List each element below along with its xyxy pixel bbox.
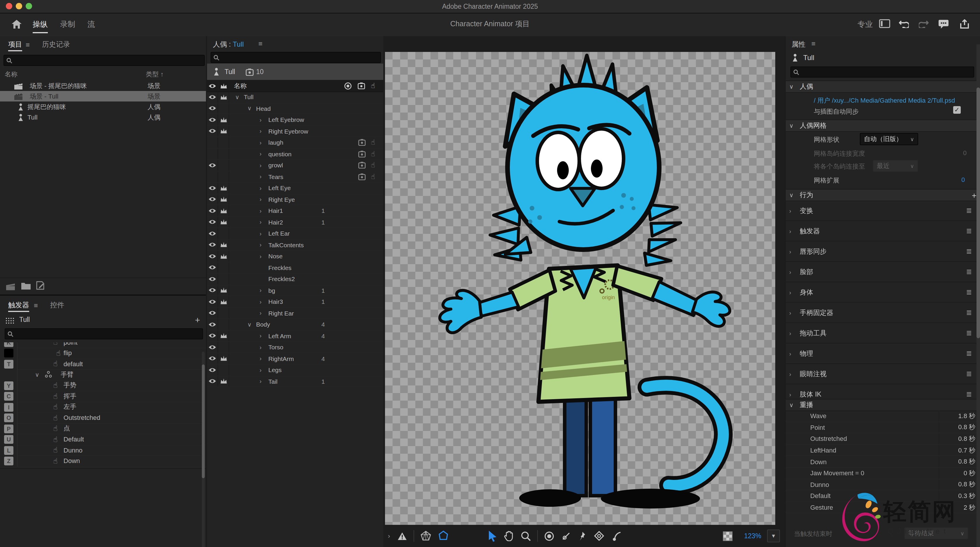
expand-chevron[interactable]: › (259, 333, 266, 339)
puppet-search[interactable] (211, 52, 381, 63)
crown-icon[interactable] (218, 330, 229, 341)
expand-chevron[interactable]: › (259, 242, 266, 248)
chevron-right-icon[interactable]: › (789, 370, 795, 377)
puppet-selected-row[interactable]: Tull 10 (207, 64, 383, 80)
puppet-layer-row[interactable]: › Right Eye ☝ (207, 194, 383, 205)
stick-tool-icon[interactable] (561, 531, 571, 541)
crown-icon[interactable] (218, 92, 229, 102)
crown-icon[interactable] (218, 376, 229, 386)
trigger-row[interactable]: Z ∨ ☝ ☝ Down (0, 456, 206, 466)
puppet-layer-row[interactable]: › Left Eye ☝ (207, 183, 383, 194)
replay-row[interactable]: Jaw Movement = 0 0 秒 (786, 468, 980, 479)
eye-icon[interactable] (207, 194, 218, 205)
crown-icon[interactable] (218, 114, 229, 125)
behavior-menu-icon[interactable]: ≣ (966, 390, 972, 398)
expand-chevron[interactable]: › (259, 355, 266, 362)
crown-icon[interactable] (218, 308, 229, 318)
take-icon[interactable] (358, 151, 366, 157)
warning-icon[interactable] (397, 531, 407, 540)
expand-chevron[interactable]: › (259, 219, 266, 226)
puppet-layer-row[interactable]: › question ☝ (207, 148, 383, 160)
crown-icon[interactable] (218, 319, 229, 330)
eye-icon[interactable] (207, 330, 218, 341)
puppet-layer-row[interactable]: › Tears ☝ (207, 171, 383, 183)
puppet-layer-row[interactable]: › Left Ear ☝ (207, 228, 383, 239)
replay-row[interactable]: Default 0.3 秒 (786, 490, 980, 502)
record-takes-icon[interactable] (544, 531, 554, 541)
column-header-type[interactable]: 类型 ↑ (146, 70, 164, 79)
eye-icon[interactable] (207, 148, 218, 159)
panel-menu-icon[interactable]: ≡ (258, 40, 262, 48)
trigger-row[interactable]: ∨ ☝ ☝ 手臂 (0, 369, 206, 380)
crown-icon[interactable] (218, 262, 229, 273)
trigger-row[interactable]: U ∨ ☝ ☝ Default (0, 434, 206, 445)
auto-sync-checkbox[interactable]: ✓ (953, 106, 961, 114)
expand-chevron[interactable]: › (259, 117, 266, 123)
share-export-icon[interactable] (959, 19, 969, 29)
behavior-menu-icon[interactable]: ≣ (966, 288, 972, 296)
trigger-row[interactable]: L ∨ ☝ ☝ Dunno (0, 445, 206, 456)
trigger-key-badge[interactable] (4, 349, 13, 358)
trigger-key-badge[interactable]: U (4, 435, 13, 444)
outline-view-icon[interactable] (438, 531, 448, 541)
puppet-layer-row[interactable]: › Right Ear ☝ (207, 308, 383, 319)
new-scene-icon[interactable] (6, 282, 15, 290)
add-behavior-button[interactable]: + (972, 191, 977, 200)
chevron-right-icon[interactable]: › (789, 350, 795, 356)
expand-chevron[interactable]: › (259, 344, 266, 350)
eye-icon[interactable] (207, 285, 218, 296)
behavior-menu-icon[interactable]: ≣ (966, 370, 972, 378)
puppet-layer-row[interactable]: ∨ Tull ☝ (207, 92, 383, 103)
mesh-expand-value[interactable]: 0 (961, 176, 965, 183)
project-row[interactable]: Tull 人偶 (0, 112, 206, 122)
behavior-row[interactable]: › 脸部 ≣ (786, 262, 980, 282)
eye-icon[interactable] (207, 308, 218, 318)
behavior-row[interactable]: › 身体 ≣ (786, 282, 980, 303)
crown-icon[interactable] (218, 217, 229, 227)
tab-controls[interactable]: 控件 (50, 298, 64, 312)
expand-chevron[interactable]: › (259, 378, 266, 385)
eye-icon[interactable] (207, 205, 218, 216)
expand-chevron[interactable]: › (259, 173, 266, 180)
trigger-key-badge[interactable]: K (4, 342, 13, 347)
name-column-header[interactable]: 名称 (229, 81, 344, 90)
replay-row[interactable]: Point 0.8 秒 (786, 422, 980, 433)
section-puppet[interactable]: ∨人偶 (786, 81, 980, 93)
take-icon[interactable] (358, 162, 366, 169)
puppet-character-tull[interactable]: origin (385, 52, 775, 525)
behavior-menu-icon[interactable]: ≣ (966, 308, 972, 316)
crown-icon[interactable] (218, 342, 229, 353)
crown-icon[interactable] (218, 137, 229, 148)
behavior-row[interactable]: › 变换 ≣ (786, 200, 980, 221)
trigger-row[interactable]: K ∨ ☝ ☝ point (0, 342, 206, 348)
expand-chevron[interactable]: › (259, 128, 266, 134)
eye-icon[interactable] (207, 228, 218, 239)
source-psd-link[interactable]: / 用户 /xuy.../Ch Media/Gathered Media 2/T… (814, 96, 955, 105)
chevron-right-icon[interactable]: › (789, 269, 795, 275)
tab-triggers[interactable]: 触发器 (8, 298, 29, 312)
add-trigger-button[interactable]: + (195, 315, 200, 325)
crown-icon[interactable] (218, 364, 229, 375)
trigger-row[interactable]: ∨ ☝ ☝ flip (0, 348, 206, 359)
trigger-key-badge[interactable]: I (4, 403, 13, 412)
feedback-comment-icon[interactable] (938, 19, 949, 29)
expand-chevron[interactable]: › (259, 299, 266, 305)
eye-icon[interactable] (207, 353, 218, 364)
eye-icon[interactable] (207, 251, 218, 262)
crown-icon[interactable] (218, 126, 229, 137)
puppet-layer-row[interactable]: › RightArm 4 ☝ (207, 353, 383, 364)
trigger-key-badge[interactable] (4, 370, 13, 379)
puppet-layer-row[interactable]: › Nose ☝ (207, 251, 383, 262)
hand-tool-icon[interactable] (504, 531, 514, 541)
tab-stream[interactable]: 流 (88, 13, 95, 35)
puppet-layer-row[interactable]: Freckles2 ☝ (207, 274, 383, 285)
eye-icon[interactable] (207, 183, 218, 193)
behavior-menu-icon[interactable]: ≣ (966, 349, 972, 358)
eye-icon[interactable] (207, 160, 218, 170)
properties-search[interactable] (791, 67, 974, 78)
chevron-right-icon[interactable]: › (789, 207, 795, 214)
crown-icon[interactable] (218, 160, 229, 170)
behavior-row[interactable]: › 触发器 ≣ (786, 221, 980, 242)
mesh-view-icon[interactable] (420, 531, 431, 541)
viewport-zoom-level[interactable]: 123% (744, 533, 761, 539)
